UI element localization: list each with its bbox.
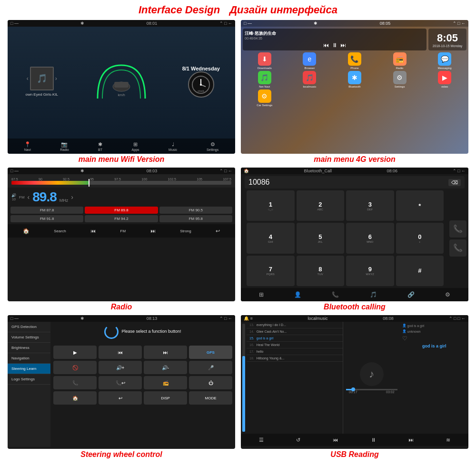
fm-btn[interactable]: FM: [120, 229, 126, 233]
disp-btn[interactable]: DISP: [144, 391, 187, 405]
sidebar-volume[interactable]: Volume Settings: [8, 332, 50, 343]
call-end-btn[interactable]: 📞↩: [99, 376, 142, 389]
playlist-item-16[interactable]: 16. Heal The World: [247, 342, 343, 348]
s2-bt: ✱: [314, 21, 317, 26]
play-btn[interactable]: ▶: [53, 346, 97, 359]
key-9[interactable]: 9WXYZ: [346, 256, 394, 286]
preset-6[interactable]: FM 95.8: [159, 215, 232, 222]
playlist-item-17[interactable]: 17. hello: [247, 348, 343, 355]
home-btn-s[interactable]: 🏠: [53, 391, 97, 405]
key-0plus[interactable]: 0+: [396, 223, 444, 253]
app-carsettings[interactable]: ⚙ Car Settings: [243, 89, 287, 107]
strong-btn[interactable]: Strong: [180, 229, 191, 233]
equalizer-btn[interactable]: ≋: [446, 437, 450, 443]
nav-settings[interactable]: ⚙ Settings: [207, 141, 218, 151]
prev-btn[interactable]: ⏮: [323, 42, 329, 49]
sidebar-gps[interactable]: GPS Detection: [8, 322, 50, 332]
app-bluetooth[interactable]: ✱ Bluetooth: [333, 71, 377, 88]
contacts-btn[interactable]: 👤: [294, 291, 301, 298]
link-btn[interactable]: 🔗: [407, 291, 415, 298]
freq-right-arrow[interactable]: ›: [71, 193, 73, 201]
recent-calls-btn[interactable]: 📞: [332, 291, 339, 298]
backspace-btn[interactable]: ⌫: [448, 179, 461, 186]
playlist-item-15[interactable]: 15. god is a girl: [247, 335, 343, 342]
playlist-item-14[interactable]: 14. Glee Cast-Ain't No...: [247, 328, 343, 335]
nav-radio[interactable]: 📷 Radio: [60, 141, 69, 151]
playlist-item-13[interactable]: 13. everything i do I D...: [247, 322, 343, 328]
call-red-btn[interactable]: 📞: [449, 239, 466, 257]
playlist-item-18[interactable]: 18. Hillsong Young &...: [247, 355, 343, 362]
preset-5[interactable]: FM 94.2: [85, 215, 158, 222]
power-btn[interactable]: ⏻: [189, 376, 232, 389]
key-4[interactable]: 4GHI: [247, 223, 295, 253]
next-btn-s[interactable]: ⏭: [144, 346, 187, 359]
app-browser[interactable]: e Browser: [288, 52, 332, 69]
bt-bottom-bar: ⊞ 👤 📞 🎵 🔗 ⚙: [241, 288, 468, 301]
key-5[interactable]: 5JKL: [297, 223, 345, 253]
playlist-btn[interactable]: ☰: [259, 437, 264, 443]
key-6[interactable]: 6MNO: [346, 223, 394, 253]
video-label: video: [441, 85, 448, 88]
prev-usb-btn[interactable]: ⏮: [333, 437, 338, 443]
key-1[interactable]: 1○_○: [247, 190, 295, 221]
app-localmusic[interactable]: 🎵 localmusic: [288, 71, 332, 88]
preset-1[interactable]: FM 87.8: [10, 207, 83, 214]
app-radio[interactable]: 📻 Radio: [378, 52, 422, 69]
prev-btn-s[interactable]: ⏮: [99, 346, 142, 359]
search-btn[interactable]: Search: [54, 229, 66, 233]
nav-bt[interactable]: ✱ BT: [98, 141, 102, 151]
key-7[interactable]: 7PQRS: [247, 256, 295, 286]
call-green-btn[interactable]: 📞: [449, 220, 466, 238]
prev-arrow[interactable]: ‹: [27, 75, 29, 82]
app-video[interactable]: ▶ video: [423, 71, 466, 88]
vol-up-btn[interactable]: 🔊+: [99, 361, 142, 374]
key-star[interactable]: *: [396, 190, 444, 221]
music-btn-bt[interactable]: 🎵: [370, 291, 377, 298]
sidebar-steering-learn[interactable]: Steering Learn: [8, 364, 50, 374]
return-btn[interactable]: ↩: [99, 391, 142, 405]
nav-navi[interactable]: 📍 Navi: [24, 141, 31, 151]
key-8[interactable]: 8TUV: [297, 256, 345, 286]
mode-btn[interactable]: MODE: [189, 391, 232, 405]
app-messaging[interactable]: 💬 Messaging: [423, 52, 466, 69]
sidebar-logo[interactable]: Logo Settings: [8, 374, 50, 385]
vol-dn-btn[interactable]: 🔊-: [144, 361, 187, 374]
gps-btn[interactable]: GPS: [189, 346, 232, 359]
key-2[interactable]: 2ABC: [297, 190, 345, 221]
app-phone[interactable]: 📞 Phone: [333, 52, 377, 69]
repeat-btn[interactable]: ↺: [296, 437, 300, 443]
app-settings[interactable]: ⚙ Settings: [378, 71, 422, 88]
nav-apps[interactable]: ⊞ Apps: [132, 141, 139, 151]
sidebar-brightness[interactable]: Brightness: [8, 343, 50, 353]
clock-circle: clock: [188, 71, 214, 98]
freq-left-arrow[interactable]: ‹: [28, 193, 30, 201]
gear-btn-bt[interactable]: ⚙: [445, 291, 450, 298]
next-arrow[interactable]: ›: [55, 75, 57, 82]
page-header: Interface Design Дизайн интерфейса: [0, 0, 476, 18]
nav-music[interactable]: ♩ Music: [169, 141, 177, 151]
mute-btn[interactable]: 🚫: [53, 361, 97, 374]
radio-btn-s[interactable]: 📻: [144, 376, 187, 389]
next-usb-btn[interactable]: ⏭: [408, 437, 414, 443]
app-downloads[interactable]: ⬇ Downloads: [243, 52, 287, 69]
sidebar-navigation[interactable]: Navigation: [8, 353, 50, 364]
preset-2[interactable]: FM 89.8: [85, 207, 158, 214]
next-track-btn[interactable]: ⏭: [150, 228, 156, 234]
mic-btn[interactable]: 🎤: [189, 361, 232, 374]
key-3[interactable]: 3DEF: [346, 190, 394, 221]
play-usb-btn[interactable]: ⏸: [371, 437, 376, 443]
next-btn-ctrl[interactable]: ⏭: [340, 42, 346, 49]
app-netnavi[interactable]: 🎵 Net Navi: [243, 71, 287, 88]
prev-track-btn[interactable]: ⏮: [90, 228, 96, 234]
back-btn[interactable]: ↩: [216, 228, 220, 234]
home-btn[interactable]: 🏠: [23, 228, 30, 234]
key-hash[interactable]: #: [396, 256, 444, 286]
item-13-num: 13.: [249, 323, 254, 327]
car-settings-label: Car Settings: [257, 104, 272, 107]
favorite-icon[interactable]: ♡: [402, 335, 466, 342]
preset-4[interactable]: FM 91.8: [10, 215, 83, 222]
dialpad-btn[interactable]: ⊞: [259, 291, 264, 298]
preset-3[interactable]: FM 90.5: [159, 207, 232, 214]
call-ans-btn[interactable]: 📞: [53, 376, 97, 389]
play-pause-btn[interactable]: ⏸: [332, 42, 337, 49]
